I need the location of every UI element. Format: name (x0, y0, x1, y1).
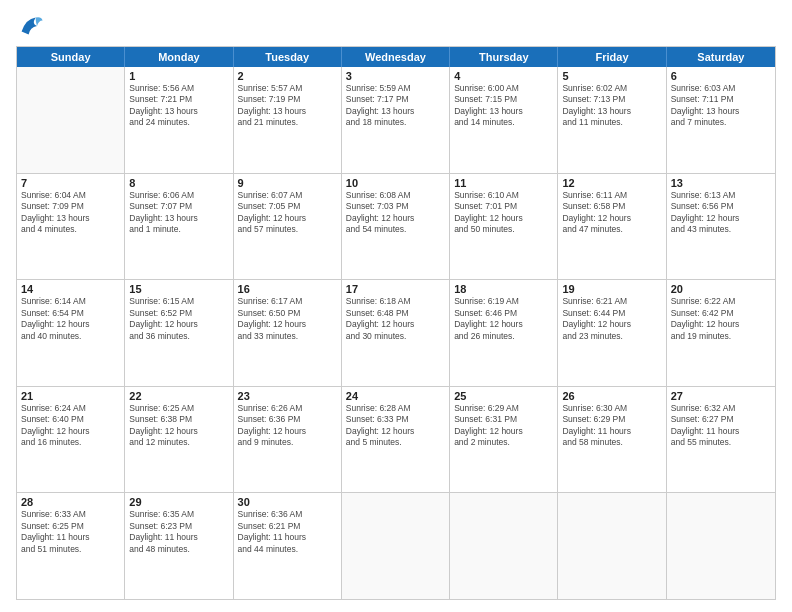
day-info: Sunrise: 5:56 AMSunset: 7:21 PMDaylight:… (129, 83, 228, 129)
calendar-cell: 28Sunrise: 6:33 AMSunset: 6:25 PMDayligh… (17, 493, 125, 599)
calendar-cell (17, 67, 125, 173)
day-number: 5 (562, 70, 661, 82)
day-number: 11 (454, 177, 553, 189)
day-number: 4 (454, 70, 553, 82)
day-number: 7 (21, 177, 120, 189)
day-info: Sunrise: 5:57 AMSunset: 7:19 PMDaylight:… (238, 83, 337, 129)
day-info: Sunrise: 6:00 AMSunset: 7:15 PMDaylight:… (454, 83, 553, 129)
calendar-body: 1Sunrise: 5:56 AMSunset: 7:21 PMDaylight… (17, 67, 775, 599)
day-number: 14 (21, 283, 120, 295)
calendar-cell: 30Sunrise: 6:36 AMSunset: 6:21 PMDayligh… (234, 493, 342, 599)
calendar-cell: 3Sunrise: 5:59 AMSunset: 7:17 PMDaylight… (342, 67, 450, 173)
calendar-cell: 8Sunrise: 6:06 AMSunset: 7:07 PMDaylight… (125, 174, 233, 280)
calendar-cell (667, 493, 775, 599)
day-number: 28 (21, 496, 120, 508)
day-number: 1 (129, 70, 228, 82)
calendar-cell: 24Sunrise: 6:28 AMSunset: 6:33 PMDayligh… (342, 387, 450, 493)
calendar-week-3: 21Sunrise: 6:24 AMSunset: 6:40 PMDayligh… (17, 386, 775, 493)
day-number: 15 (129, 283, 228, 295)
calendar-cell: 17Sunrise: 6:18 AMSunset: 6:48 PMDayligh… (342, 280, 450, 386)
calendar-cell: 10Sunrise: 6:08 AMSunset: 7:03 PMDayligh… (342, 174, 450, 280)
day-info: Sunrise: 6:17 AMSunset: 6:50 PMDaylight:… (238, 296, 337, 342)
day-number: 9 (238, 177, 337, 189)
day-number: 10 (346, 177, 445, 189)
day-info: Sunrise: 6:26 AMSunset: 6:36 PMDaylight:… (238, 403, 337, 449)
day-info: Sunrise: 6:24 AMSunset: 6:40 PMDaylight:… (21, 403, 120, 449)
calendar-cell: 7Sunrise: 6:04 AMSunset: 7:09 PMDaylight… (17, 174, 125, 280)
day-number: 16 (238, 283, 337, 295)
calendar-cell: 4Sunrise: 6:00 AMSunset: 7:15 PMDaylight… (450, 67, 558, 173)
calendar-cell: 12Sunrise: 6:11 AMSunset: 6:58 PMDayligh… (558, 174, 666, 280)
calendar-cell: 21Sunrise: 6:24 AMSunset: 6:40 PMDayligh… (17, 387, 125, 493)
calendar-cell: 14Sunrise: 6:14 AMSunset: 6:54 PMDayligh… (17, 280, 125, 386)
calendar-cell (342, 493, 450, 599)
calendar-header: SundayMondayTuesdayWednesdayThursdayFrid… (17, 47, 775, 67)
day-number: 3 (346, 70, 445, 82)
calendar-week-1: 7Sunrise: 6:04 AMSunset: 7:09 PMDaylight… (17, 173, 775, 280)
day-info: Sunrise: 6:06 AMSunset: 7:07 PMDaylight:… (129, 190, 228, 236)
calendar: SundayMondayTuesdayWednesdayThursdayFrid… (16, 46, 776, 600)
calendar-header-thursday: Thursday (450, 47, 558, 67)
calendar-cell (450, 493, 558, 599)
day-info: Sunrise: 6:29 AMSunset: 6:31 PMDaylight:… (454, 403, 553, 449)
day-number: 29 (129, 496, 228, 508)
day-info: Sunrise: 5:59 AMSunset: 7:17 PMDaylight:… (346, 83, 445, 129)
calendar-cell: 26Sunrise: 6:30 AMSunset: 6:29 PMDayligh… (558, 387, 666, 493)
calendar-header-sunday: Sunday (17, 47, 125, 67)
calendar-cell: 15Sunrise: 6:15 AMSunset: 6:52 PMDayligh… (125, 280, 233, 386)
calendar-week-0: 1Sunrise: 5:56 AMSunset: 7:21 PMDaylight… (17, 67, 775, 173)
day-number: 23 (238, 390, 337, 402)
calendar-cell: 11Sunrise: 6:10 AMSunset: 7:01 PMDayligh… (450, 174, 558, 280)
calendar-cell: 5Sunrise: 6:02 AMSunset: 7:13 PMDaylight… (558, 67, 666, 173)
day-info: Sunrise: 6:33 AMSunset: 6:25 PMDaylight:… (21, 509, 120, 555)
calendar-cell: 18Sunrise: 6:19 AMSunset: 6:46 PMDayligh… (450, 280, 558, 386)
day-info: Sunrise: 6:19 AMSunset: 6:46 PMDaylight:… (454, 296, 553, 342)
day-number: 13 (671, 177, 771, 189)
day-info: Sunrise: 6:22 AMSunset: 6:42 PMDaylight:… (671, 296, 771, 342)
day-info: Sunrise: 6:02 AMSunset: 7:13 PMDaylight:… (562, 83, 661, 129)
day-info: Sunrise: 6:25 AMSunset: 6:38 PMDaylight:… (129, 403, 228, 449)
calendar-header-friday: Friday (558, 47, 666, 67)
day-number: 20 (671, 283, 771, 295)
day-info: Sunrise: 6:03 AMSunset: 7:11 PMDaylight:… (671, 83, 771, 129)
calendar-header-tuesday: Tuesday (234, 47, 342, 67)
calendar-week-4: 28Sunrise: 6:33 AMSunset: 6:25 PMDayligh… (17, 492, 775, 599)
day-number: 18 (454, 283, 553, 295)
header (16, 12, 776, 40)
calendar-cell: 6Sunrise: 6:03 AMSunset: 7:11 PMDaylight… (667, 67, 775, 173)
day-number: 30 (238, 496, 337, 508)
calendar-cell: 23Sunrise: 6:26 AMSunset: 6:36 PMDayligh… (234, 387, 342, 493)
day-info: Sunrise: 6:36 AMSunset: 6:21 PMDaylight:… (238, 509, 337, 555)
calendar-cell: 13Sunrise: 6:13 AMSunset: 6:56 PMDayligh… (667, 174, 775, 280)
day-info: Sunrise: 6:13 AMSunset: 6:56 PMDaylight:… (671, 190, 771, 236)
day-info: Sunrise: 6:07 AMSunset: 7:05 PMDaylight:… (238, 190, 337, 236)
day-number: 8 (129, 177, 228, 189)
day-number: 27 (671, 390, 771, 402)
day-info: Sunrise: 6:18 AMSunset: 6:48 PMDaylight:… (346, 296, 445, 342)
day-number: 25 (454, 390, 553, 402)
day-info: Sunrise: 6:10 AMSunset: 7:01 PMDaylight:… (454, 190, 553, 236)
calendar-cell: 9Sunrise: 6:07 AMSunset: 7:05 PMDaylight… (234, 174, 342, 280)
page: SundayMondayTuesdayWednesdayThursdayFrid… (0, 0, 792, 612)
calendar-cell: 29Sunrise: 6:35 AMSunset: 6:23 PMDayligh… (125, 493, 233, 599)
day-number: 24 (346, 390, 445, 402)
day-number: 12 (562, 177, 661, 189)
calendar-cell: 19Sunrise: 6:21 AMSunset: 6:44 PMDayligh… (558, 280, 666, 386)
calendar-cell: 20Sunrise: 6:22 AMSunset: 6:42 PMDayligh… (667, 280, 775, 386)
day-info: Sunrise: 6:32 AMSunset: 6:27 PMDaylight:… (671, 403, 771, 449)
day-info: Sunrise: 6:14 AMSunset: 6:54 PMDaylight:… (21, 296, 120, 342)
day-info: Sunrise: 6:30 AMSunset: 6:29 PMDaylight:… (562, 403, 661, 449)
day-number: 21 (21, 390, 120, 402)
day-number: 26 (562, 390, 661, 402)
day-info: Sunrise: 6:08 AMSunset: 7:03 PMDaylight:… (346, 190, 445, 236)
calendar-cell (558, 493, 666, 599)
day-number: 6 (671, 70, 771, 82)
day-number: 22 (129, 390, 228, 402)
calendar-header-saturday: Saturday (667, 47, 775, 67)
day-number: 17 (346, 283, 445, 295)
day-info: Sunrise: 6:04 AMSunset: 7:09 PMDaylight:… (21, 190, 120, 236)
calendar-cell: 27Sunrise: 6:32 AMSunset: 6:27 PMDayligh… (667, 387, 775, 493)
day-number: 2 (238, 70, 337, 82)
calendar-header-wednesday: Wednesday (342, 47, 450, 67)
logo-icon (16, 12, 44, 40)
